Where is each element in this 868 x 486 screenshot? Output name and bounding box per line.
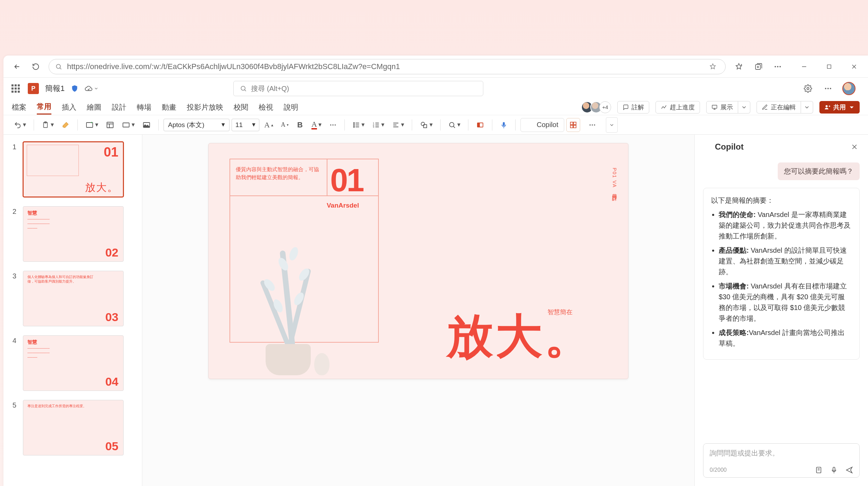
svg-point-8	[825, 88, 826, 89]
tab-transitions[interactable]: 轉場	[137, 100, 151, 114]
refresh-button[interactable]	[30, 61, 42, 73]
close-window-button[interactable]	[848, 60, 860, 73]
font-color-button[interactable]: A▾	[309, 118, 324, 132]
shapes-button[interactable]: ▾	[417, 118, 435, 132]
font-size-selector[interactable]: 11▾	[232, 119, 259, 131]
decrease-font-button[interactable]: A▾	[278, 118, 291, 132]
layout-button[interactable]	[103, 118, 117, 132]
svg-point-20	[332, 124, 334, 126]
svg-point-19	[330, 124, 332, 126]
slide-brand-text[interactable]: VanArsdel	[327, 202, 359, 209]
present-dropdown[interactable]	[738, 101, 750, 114]
svg-rect-32	[477, 123, 480, 127]
svg-point-10	[830, 88, 831, 89]
svg-point-24	[353, 126, 354, 127]
present-button[interactable]: 展示	[706, 101, 750, 114]
slide-title[interactable]: 放大。	[446, 305, 593, 368]
copilot-close-button[interactable]	[849, 142, 860, 152]
sensitivity-shield-icon[interactable]	[71, 85, 78, 92]
bold-button[interactable]: B	[293, 118, 307, 132]
collaborator-avatars[interactable]: +4	[581, 101, 611, 113]
slide-thumbnail-2[interactable]: 智慧 ────────────────────── 02	[23, 206, 124, 262]
increase-font-button[interactable]: A▴	[261, 118, 276, 132]
back-button[interactable]	[11, 61, 23, 73]
comments-button[interactable]: 註解	[617, 101, 649, 114]
copilot-panel: Copilot 您可以摘要此簡報嗎？ 以下是簡報的摘要： 我們的使命: VanA…	[694, 135, 868, 486]
tab-home[interactable]: 常用	[37, 100, 51, 115]
svg-point-38	[590, 124, 591, 126]
copilot-input-placeholder: 詢問問題或提出要求。	[710, 449, 853, 458]
paste-button[interactable]: ▾	[39, 118, 57, 132]
svg-text:3: 3	[373, 125, 374, 128]
url-text: https://onedrive.live.com/:w:/t/EaCKkPs6…	[67, 62, 400, 71]
copilot-input-box[interactable]: 詢問問題或提出要求。 0/2000	[703, 443, 860, 478]
background-button[interactable]	[140, 118, 153, 132]
chevron-down-icon	[94, 86, 99, 91]
collaborator-more: +4	[599, 101, 611, 113]
tab-draw[interactable]: 繪圖	[87, 100, 101, 114]
font-family-selector[interactable]: Aptos (本文)▾	[164, 119, 229, 131]
minimize-button[interactable]	[798, 60, 810, 73]
settings-icon[interactable]	[802, 83, 814, 94]
slide-number-graphic[interactable]: 01	[330, 162, 363, 199]
slide-thumbnail-5[interactable]: 專注是達到完成工作所需的專注程度。 05	[23, 400, 124, 455]
tab-design[interactable]: 設計	[112, 100, 126, 114]
svg-rect-34	[570, 122, 573, 124]
app-launcher-button[interactable]	[10, 83, 22, 94]
slide-desc-text[interactable]: 優質內容與主動式智慧的融合，可協助我們輕鬆建立美觀的簡報。	[236, 166, 323, 181]
slide-size-button[interactable]: ▾	[119, 118, 137, 132]
sensitivity-button[interactable]	[473, 118, 487, 132]
editing-mode-dropdown[interactable]	[801, 101, 813, 114]
editing-mode-button[interactable]: 正在編輯	[757, 101, 813, 114]
slide-thumbnail-4[interactable]: 智慧 ────────────────────── 04	[23, 335, 124, 391]
tab-slideshow[interactable]: 投影片放映	[187, 100, 223, 114]
powerpoint-logo: P	[28, 83, 39, 94]
maximize-button[interactable]	[823, 60, 835, 73]
plant-image[interactable]	[224, 233, 328, 375]
catchup-button[interactable]: 趕上進度	[656, 101, 700, 114]
copilot-prompt-guide-icon[interactable]	[815, 466, 823, 474]
tab-insert[interactable]: 插入	[62, 100, 76, 114]
search-box[interactable]: 搜尋 (Alt+Q)	[233, 81, 483, 96]
title-more-icon[interactable]	[822, 83, 834, 94]
save-status-button[interactable]	[85, 84, 99, 93]
copilot-ribbon-button[interactable]: Copilot	[520, 118, 564, 132]
toolbar-more-button[interactable]	[586, 118, 599, 132]
dictate-button[interactable]	[497, 118, 510, 132]
slide-thumbnail-3[interactable]: 個人化體驗專為個人和可自訂的功能量身訂做，可協助客戶識別能力提升。 03	[23, 271, 124, 326]
address-bar[interactable]: https://onedrive.live.com/:w:/t/EaCKkPs6…	[49, 59, 726, 74]
copilot-panel-title: Copilot	[715, 142, 744, 152]
collections-icon[interactable]	[752, 60, 765, 73]
svg-point-22	[353, 123, 354, 124]
tab-view[interactable]: 檢視	[259, 100, 273, 114]
font-more-button[interactable]	[326, 118, 340, 132]
document-name[interactable]: 簡報1	[45, 83, 65, 94]
user-avatar[interactable]	[842, 82, 856, 95]
slide-canvas[interactable]: 優質內容與主動式智慧的融合，可協助我們輕鬆建立美觀的簡報。 01 VanArsd…	[208, 143, 628, 379]
align-button[interactable]: ▾	[389, 118, 407, 132]
favorites-icon[interactable]	[733, 60, 745, 73]
search-placeholder: 搜尋 (Alt+Q)	[251, 84, 289, 93]
slide-side-text[interactable]: P01 VA 共同設計	[611, 168, 618, 193]
copilot-send-icon[interactable]	[845, 466, 853, 474]
svg-point-9	[827, 88, 829, 89]
format-painter-button[interactable]	[59, 118, 73, 132]
share-button[interactable]: 共用	[819, 101, 860, 114]
undo-button[interactable]: ▾	[11, 118, 29, 132]
svg-rect-36	[570, 125, 573, 127]
bullets-button[interactable]: ▾	[350, 118, 367, 132]
designer-button[interactable]	[566, 118, 580, 132]
copilot-mic-icon[interactable]	[830, 466, 838, 474]
slide-thumbnail-1[interactable]: 01 放大。	[23, 142, 124, 197]
ribbon-collapse-button[interactable]	[606, 117, 618, 133]
new-slide-button[interactable]: ▾	[83, 118, 101, 132]
tab-animations[interactable]: 動畫	[162, 100, 176, 114]
tab-help[interactable]: 說明	[284, 100, 298, 114]
find-button[interactable]: ▾	[445, 118, 463, 132]
favorite-outline-icon[interactable]	[707, 60, 719, 73]
thumb-number: 1	[12, 142, 18, 151]
tab-review[interactable]: 校閱	[234, 100, 248, 114]
browser-more-icon[interactable]	[771, 60, 784, 73]
numbering-button[interactable]: 123▾	[369, 118, 387, 132]
tab-file[interactable]: 檔案	[12, 100, 26, 114]
